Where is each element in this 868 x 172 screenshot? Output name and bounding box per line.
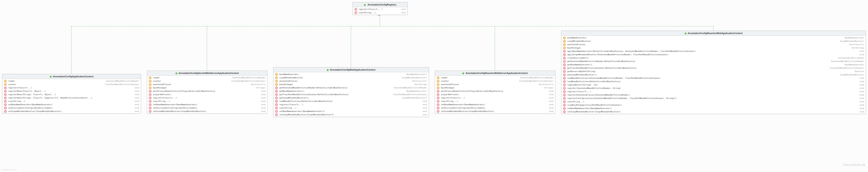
method-row: registerAnnotatedClasses(AnnotatedBeanDe… — [561, 93, 866, 96]
interface-annotationconfigregistry[interactable]: AnnotationConfigRegistry register(Class<… — [352, 2, 408, 15]
method-row: setEnvironment(ConfigurableEnvironment)v… — [435, 106, 555, 110]
field-row: basePackagesString[] — [147, 86, 267, 89]
method-row: register(Class<?>...)void — [147, 96, 267, 99]
member-return-type: Set<Class<?>> — [251, 83, 266, 86]
member-return-type: void — [261, 103, 266, 106]
member-return-type: void — [134, 90, 139, 93]
field-icon — [563, 47, 566, 49]
member-return-type: void — [859, 53, 864, 56]
member-signature: register(Class<?>...) — [153, 96, 257, 99]
method-row: getScopeMetadataResolver()ScopeMetadataR… — [561, 73, 866, 77]
method-row: scan(String...)void — [274, 106, 429, 110]
method-icon — [563, 101, 566, 103]
member-signature: setBeanNameGenerator(BeanNameGenerator) — [153, 103, 257, 106]
member-signature: setBeanNameGenerator(BeanNameGenerator) — [441, 103, 545, 106]
member-signature: reader — [441, 76, 517, 79]
class-title: AnnotationConfigWebApplicationContext — [274, 67, 429, 72]
method-row: registerBean(String?, Class<?>, Supplier… — [2, 96, 141, 99]
member-signature: annotatedClasses — [279, 80, 409, 83]
member-return-type: ClassPathBeanDefinitionScanner — [519, 80, 553, 83]
field-row: readerAnnotatedBeanDefinitionReader — [2, 79, 141, 83]
class-reactiveapp[interactable]: AnnotationConfigReactiveWebApplicationCo… — [561, 31, 866, 114]
class-reactiveweb[interactable]: AnnotationConfigReactiveWebServerApplica… — [435, 70, 555, 114]
field-icon — [437, 80, 439, 83]
member-return-type: Set<String> — [414, 83, 427, 86]
class-title: AnnotationConfigReactiveWebApplicationCo… — [561, 31, 866, 36]
method-row: getScopeMetadataResolver()ScopeMetadataR… — [274, 96, 429, 99]
method-icon — [275, 96, 278, 99]
member-return-type: void — [134, 107, 139, 109]
method-icon — [149, 100, 152, 103]
member-signature: scan(String...) — [279, 107, 419, 109]
method-row: getBeanNameGenerator()BeanNameGenerator? — [274, 89, 429, 93]
member-return-type: void — [549, 107, 553, 109]
member-signature: getResourceByPath(String) — [567, 70, 851, 73]
member-return-type: void — [859, 104, 864, 107]
method-row: setBeanNameGenerator(BeanNameGenerator?)… — [274, 110, 429, 113]
method-icon — [149, 93, 152, 96]
member-return-type: Set<Class<?>> — [849, 43, 864, 46]
member-return-type: void — [134, 93, 139, 96]
method-icon — [4, 110, 7, 113]
field-row: scopeMetadataResolverScopeMetadataResolv… — [561, 39, 866, 43]
class-title-text: AnnotationConfigServletWebServerApplicat… — [179, 72, 239, 74]
member-return-type: void — [859, 90, 864, 93]
member-return-type: void — [423, 110, 427, 113]
member-return-type: ScopeMetadataResolver — [840, 40, 864, 42]
member-signature: scanBasePackages(ClassPathBeanDefinition… — [567, 104, 856, 107]
method-icon — [437, 96, 439, 99]
member-return-type: void — [134, 100, 139, 103]
class-appctx[interactable]: AnnotationConfigApplicationContextreader… — [2, 74, 141, 114]
member-return-type: void — [423, 113, 427, 116]
member-return-type: Set<String> — [851, 47, 864, 49]
method-row: loadBeanDefinitions(DefaultListableBeanF… — [274, 99, 429, 103]
member-return-type: ClassPathBeanDefinitionScanner — [105, 83, 139, 86]
method-icon — [563, 70, 566, 73]
method-row: postProcessBeanFactory(ConfigurableLista… — [435, 89, 555, 93]
class-members: beanNameGeneratorBeanNameGenerator?scope… — [274, 72, 429, 117]
field-row: basePackagesSet<String> — [274, 83, 429, 86]
method-row: registerBean(Class<?>, Object...)void — [2, 89, 141, 93]
member-signature: beanNameGenerator — [567, 36, 841, 39]
field-row: basePackagesString[] — [435, 86, 555, 89]
member-signature: setEnvironment(ConfigurableEnvironment) — [8, 107, 131, 109]
method-row: registerBean(String?, Class<?>, Object..… — [2, 93, 141, 96]
method-row: applyBeanNameGenerator(DefaultListableBe… — [561, 50, 866, 53]
method-row: setScopeMetadataResolver(ScopeMetadataRe… — [561, 110, 866, 113]
method-row: setScopeMetadataResolver(ScopeMetadataRe… — [2, 110, 141, 113]
method-row: setBeanNameGenerator(BeanNameGenerator)v… — [2, 103, 141, 106]
member-signature: scan(String...) — [8, 100, 131, 103]
method-icon — [563, 67, 566, 69]
class-title-text: AnnotationConfigWebApplicationContext — [330, 68, 375, 71]
member-return-type: ScopeMetadataResolver? — [402, 76, 427, 79]
member-return-type: void — [423, 107, 427, 109]
field-icon — [437, 77, 439, 79]
class-title-text: AnnotationConfigReactiveWebApplicationCo… — [688, 32, 743, 34]
member-signature: prepareRefresh() — [153, 93, 257, 96]
member-signature: register(Class<?>...) — [8, 86, 131, 89]
member-signature: basePackages — [441, 86, 540, 89]
member-signature: registerBean(String?, Class<?>, Object..… — [8, 93, 131, 96]
member-return-type: void — [134, 103, 139, 106]
class-servletweb[interactable]: AnnotationConfigServletWebServerApplicat… — [147, 70, 267, 114]
class-webapp[interactable]: AnnotationConfigWebApplicationContextbea… — [273, 67, 429, 117]
member-signature: prepareRefresh() — [441, 93, 545, 96]
member-signature: register(Class<?>...) — [567, 90, 856, 93]
method-icon — [149, 107, 152, 109]
method-row: register(Class<?>...)void — [435, 96, 555, 99]
member-return-type: void — [859, 97, 864, 100]
class-title: AnnotationConfigRegistry — [353, 2, 407, 7]
member-signature: getScopeMetadataResolver() — [279, 96, 398, 99]
method-row: setScopeMetadataResolver(ScopeMetadataRe… — [435, 110, 555, 113]
member-signature: setScopeMetadataResolver(ScopeMetadataRe… — [441, 110, 545, 113]
member-return-type: void — [423, 100, 427, 103]
field-row: annotatedClassesSet<Class<?>> — [274, 79, 429, 83]
method-icon — [437, 107, 439, 109]
member-signature: scanner — [441, 80, 516, 83]
member-signature: basePackages — [567, 47, 848, 49]
method-icon — [4, 87, 7, 89]
member-return-type: AnnotatedBeanDefinitionReader — [521, 76, 553, 79]
class-title: AnnotationConfigServletWebServerApplicat… — [147, 71, 267, 76]
member-signature: register(Class<?>...) — [441, 96, 545, 99]
member-signature: loadBeanDefinitions(DefaultListableBeanF… — [567, 80, 856, 83]
